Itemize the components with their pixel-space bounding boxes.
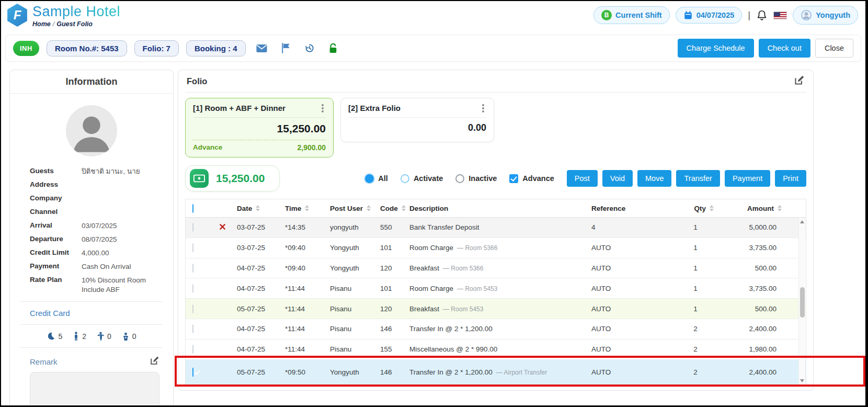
- business-date: 04/07/2025: [696, 11, 735, 19]
- app-logo-icon[interactable]: F: [6, 4, 28, 27]
- void-x-icon: [220, 224, 225, 230]
- divider: [20, 324, 163, 325]
- table-row[interactable]: 05-07-25 *11:44 Pisanu 120 Breakfast— Ro…: [186, 299, 806, 319]
- table-row[interactable]: 03-07-25 *14:35 yongyuth 550 Bank Transf…: [186, 218, 806, 238]
- sort-amount-icon[interactable]: [778, 205, 782, 211]
- scrollbar-thumb[interactable]: [800, 287, 805, 318]
- move-button[interactable]: Move: [637, 170, 671, 187]
- business-date-button[interactable]: 04/07/2025: [676, 7, 743, 24]
- field-guests: Guestsปิติชาติ มานะ, นาย: [30, 167, 163, 180]
- language-flag-icon[interactable]: [773, 12, 787, 19]
- cell-description: Room Charge— Room 5453: [409, 285, 591, 292]
- filter-activate[interactable]: Activate: [401, 174, 443, 183]
- flag-icon[interactable]: [281, 43, 291, 53]
- row-checkbox[interactable]: [192, 304, 193, 313]
- check-out-button[interactable]: Check out: [759, 39, 810, 58]
- table-scrollbar[interactable]: [798, 218, 805, 385]
- credit-card-link[interactable]: Credit Card: [10, 309, 173, 318]
- cell-post-user: Pisanu: [330, 305, 380, 313]
- breadcrumb-home[interactable]: Home: [32, 20, 51, 28]
- row-checkbox[interactable]: [192, 368, 193, 377]
- guest-avatar: [66, 105, 117, 156]
- cell-code: 155: [380, 345, 409, 353]
- row-checkbox[interactable]: [192, 243, 193, 252]
- current-shift-label: Current Shift: [615, 11, 662, 19]
- cell-qty: 1: [677, 223, 714, 231]
- col-qty: Qty: [677, 205, 714, 212]
- void-mark-cell: [208, 325, 237, 333]
- notifications-bell-icon[interactable]: [756, 9, 768, 21]
- cell-time: *11:44: [285, 325, 330, 333]
- col-date: Date: [237, 205, 285, 212]
- unlock-icon[interactable]: [328, 43, 338, 53]
- row-checkbox[interactable]: [192, 223, 193, 232]
- row-checkbox[interactable]: [192, 324, 193, 333]
- sort-post-user-icon[interactable]: [367, 205, 371, 211]
- filter-inactive[interactable]: Inactive: [455, 174, 497, 183]
- charge-schedule-button[interactable]: Charge Schedule: [678, 39, 754, 58]
- cell-amount: 2,400.00: [714, 325, 782, 333]
- sort-qty-icon[interactable]: [710, 205, 714, 211]
- row-checkbox[interactable]: [192, 284, 193, 293]
- remark-label: Remark: [30, 357, 58, 366]
- booking-pill[interactable]: Booking : 4: [186, 40, 246, 56]
- cell-code: 101: [380, 285, 409, 292]
- moon-icon: [47, 332, 55, 341]
- table-row[interactable]: 04-07-25 *11:44 Pisanu 101 Room Charge— …: [186, 278, 806, 299]
- sort-date-icon[interactable]: [256, 205, 260, 211]
- cell-amount: 5,000.00: [714, 223, 782, 231]
- table-row[interactable]: 04-07-25 *11:44 Pisanu 146 Transfer In @…: [186, 319, 806, 340]
- scroll-down-icon[interactable]: [800, 379, 804, 382]
- table-row[interactable]: 04-07-25 *11:44 Pisanu 155 Miscellaneous…: [186, 340, 806, 360]
- scroll-up-icon[interactable]: [800, 220, 804, 223]
- transfer-button[interactable]: Transfer: [676, 170, 719, 187]
- folio-section: Folio [1] Room + ABF + Dinner 15,250.00 …: [178, 70, 814, 391]
- user-avatar-icon: [801, 9, 812, 21]
- radio-all[interactable]: [365, 174, 374, 183]
- void-button[interactable]: Void: [602, 170, 633, 187]
- filter-advance[interactable]: Advance: [509, 174, 554, 183]
- user-menu-button[interactable]: Yongyuth: [793, 6, 858, 25]
- post-button[interactable]: Post: [567, 170, 598, 187]
- folio-number-pill[interactable]: Folio: 7: [134, 40, 179, 56]
- information-title: Information: [10, 70, 173, 94]
- folio-card-2[interactable]: [2] Extra Folio 0.00: [340, 98, 494, 142]
- folio-card-1[interactable]: [1] Room + ABF + Dinner 15,250.00 Advanc…: [185, 98, 334, 157]
- cell-reference: AUTO: [591, 264, 677, 272]
- cell-post-user: Yongyuth: [330, 264, 380, 272]
- sort-code-icon[interactable]: [402, 205, 406, 211]
- room-number-pill[interactable]: Room No.#: 5453: [47, 40, 127, 56]
- radio-activate[interactable]: [401, 174, 409, 183]
- cell-time: *09:40: [285, 244, 330, 252]
- cell-description: Transfer In @ 2 * 1,200.00— Airport Tran…: [409, 368, 591, 376]
- payment-button[interactable]: Payment: [725, 170, 770, 187]
- cell-code: 146: [380, 325, 409, 333]
- void-mark-cell: [208, 368, 237, 376]
- cell-amount: 2,400.00: [714, 368, 782, 376]
- folio-actions: Post Void Move Transfer Payment Print: [567, 170, 806, 187]
- close-button[interactable]: Close: [815, 39, 853, 58]
- row-checkbox[interactable]: [192, 345, 193, 354]
- table-row[interactable]: 04-07-25 *09:40 Yongyuth 120 Breakfast— …: [186, 258, 806, 279]
- radio-inactive[interactable]: [455, 174, 464, 183]
- remark-edit-button[interactable]: [150, 356, 159, 368]
- table-row[interactable]: 03-07-25 *09:40 Yongyuth 101 Room Charge…: [186, 238, 806, 258]
- remark-textarea[interactable]: [30, 372, 159, 407]
- filter-all[interactable]: All: [365, 174, 388, 183]
- folio-card-1-menu-icon[interactable]: [322, 107, 324, 109]
- cell-date: 04-07-25: [237, 345, 285, 353]
- folio-edit-button[interactable]: [794, 75, 805, 88]
- row-checkbox[interactable]: [192, 264, 193, 273]
- history-icon[interactable]: [304, 43, 315, 53]
- email-icon[interactable]: [256, 44, 267, 53]
- print-button[interactable]: Print: [775, 170, 806, 187]
- infants-count: 0: [122, 332, 136, 341]
- sort-time-icon[interactable]: [305, 205, 309, 211]
- select-all-checkbox[interactable]: [192, 204, 193, 213]
- advance-checkbox[interactable]: [509, 174, 518, 183]
- table-row[interactable]: 05-07-25 *09:50 Yongyuth 146 Transfer In…: [186, 360, 806, 385]
- cell-amount: 3,735.00: [714, 244, 782, 252]
- current-shift-button[interactable]: B Current Shift: [593, 6, 670, 24]
- col-code: Code: [380, 205, 409, 212]
- folio-card-2-menu-icon[interactable]: [482, 107, 484, 109]
